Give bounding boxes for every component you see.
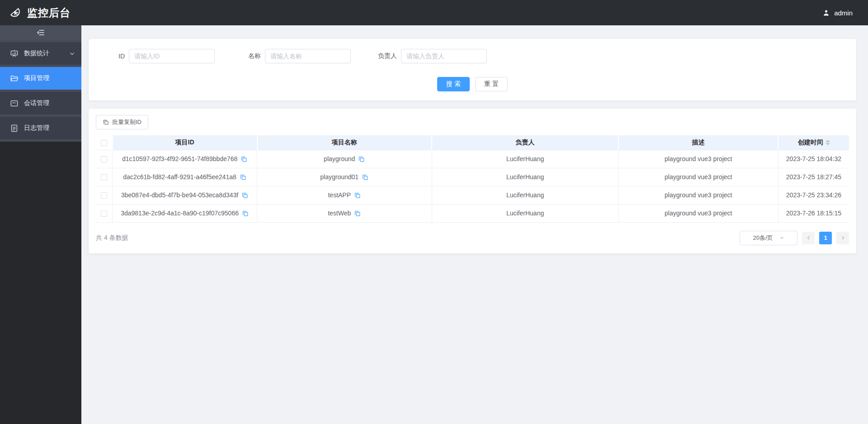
project-table: 项目ID 项目名称 负责人 描述 创建时间 d1c10597-92f3-4f92…: [96, 135, 849, 223]
project-table-panel: 批量复制ID 项目ID 项目名称 负责人 描述 创建时间: [89, 109, 856, 253]
project-name: testAPP: [328, 191, 351, 199]
sidebar-item-label: 日志管理: [24, 124, 49, 132]
main-content: ID 名称 负责人 搜 索 重 置: [81, 25, 868, 424]
search-button[interactable]: 搜 索: [437, 77, 470, 91]
name-input[interactable]: [265, 49, 351, 63]
owner-input[interactable]: [401, 49, 487, 63]
copy-name-icon[interactable]: [358, 156, 365, 162]
caret-down-icon: [826, 143, 830, 145]
folder-icon: [10, 74, 19, 83]
field-owner: 负责人: [372, 49, 487, 63]
column-header-project-name: 项目名称: [257, 135, 432, 150]
sidebar-item-session-management[interactable]: 会话管理: [0, 92, 81, 114]
project-owner: LuciferHuang: [432, 150, 618, 168]
select-all-checkbox[interactable]: [101, 140, 107, 146]
user-menu[interactable]: admin: [822, 9, 853, 17]
menu-fold-icon: [36, 28, 45, 37]
table-row: 3da9813e-2c9d-4a1c-8a90-c19f07c95066 tes…: [96, 204, 849, 222]
page-size-value: 20条/页: [753, 234, 773, 242]
project-name: testWeb: [328, 210, 351, 217]
table-footer: 共 4 条数据 20条/页 1: [96, 231, 849, 245]
copy-id-icon[interactable]: [242, 210, 249, 217]
project-created: 2023-7-26 18:15:15: [778, 204, 849, 222]
batch-copy-label: 批量复制ID: [112, 118, 142, 126]
next-page-button[interactable]: [836, 232, 849, 244]
project-created: 2023-7-25 18:04:32: [778, 150, 849, 168]
project-name: playground01: [320, 173, 359, 181]
sidebar-item-log-management[interactable]: 日志管理: [0, 117, 81, 139]
row-checkbox[interactable]: [101, 174, 107, 181]
page-number-1[interactable]: 1: [819, 232, 832, 244]
user-icon: [822, 9, 830, 17]
project-id: d1c10597-92f3-4f92-9651-74f89bbde768: [122, 155, 237, 162]
sidebar-menu: 数据统计 项目管理 会话管理: [0, 40, 81, 142]
chevron-down-icon: [779, 235, 784, 240]
field-name: 名称: [236, 49, 351, 63]
message-icon: [10, 99, 19, 108]
table-header-row: 项目ID 项目名称 负责人 描述 创建时间: [96, 135, 849, 150]
name-label: 名称: [236, 52, 261, 60]
project-desc: playground vue3 project: [618, 186, 778, 204]
chevron-right-icon: [840, 235, 845, 240]
sidebar-item-project-management[interactable]: 项目管理: [0, 67, 81, 90]
app-title: 监控后台: [27, 6, 71, 20]
sidebar-item-label: 项目管理: [24, 74, 49, 82]
caret-up-icon: [826, 140, 830, 142]
chevron-left-icon: [806, 235, 811, 240]
sort-created-control[interactable]: [826, 140, 830, 145]
document-icon: [10, 124, 19, 133]
batch-copy-button[interactable]: 批量复制ID: [96, 115, 148, 129]
username: admin: [834, 9, 853, 17]
table-row: dac2c61b-fd82-4aff-9291-a46f5ee241a8 pla…: [96, 168, 849, 186]
copy-document-icon: [103, 119, 109, 125]
field-id: ID: [99, 49, 215, 63]
id-label: ID: [99, 52, 125, 60]
sidebar: 数据统计 项目管理 会话管理: [0, 25, 81, 424]
sidebar-item-label: 数据统计: [24, 49, 49, 57]
reset-button[interactable]: 重 置: [475, 77, 508, 91]
copy-id-icon[interactable]: [240, 174, 246, 181]
chart-board-icon: [10, 49, 19, 58]
project-owner: LuciferHuang: [432, 186, 618, 204]
search-panel: ID 名称 负责人 搜 索 重 置: [89, 39, 856, 100]
column-header-owner: 负责人: [432, 135, 618, 150]
sidebar-filler: [0, 142, 81, 424]
total-count: 共 4 条数据: [96, 234, 128, 242]
search-actions: 搜 索 重 置: [99, 77, 845, 91]
table-row: d1c10597-92f3-4f92-9651-74f89bbde768 pla…: [96, 150, 849, 168]
owner-label: 负责人: [372, 52, 397, 60]
project-id: 3da9813e-2c9d-4a1c-8a90-c19f07c95066: [121, 210, 239, 217]
project-desc: playground vue3 project: [618, 204, 778, 222]
project-owner: LuciferHuang: [432, 204, 618, 222]
copy-name-icon[interactable]: [362, 174, 368, 181]
copy-name-icon[interactable]: [354, 210, 361, 217]
project-id: 3be087e4-dbd5-4f7b-be94-053eca8d343f: [121, 191, 238, 199]
chevron-down-icon: [69, 51, 75, 57]
copy-id-icon[interactable]: [241, 156, 247, 162]
project-owner: LuciferHuang: [432, 168, 618, 186]
project-desc: playground vue3 project: [618, 168, 778, 186]
id-input[interactable]: [129, 49, 215, 63]
row-checkbox[interactable]: [101, 192, 107, 199]
app-header: 监控后台 admin: [0, 0, 868, 25]
copy-name-icon[interactable]: [354, 192, 361, 199]
project-created: 2023-7-25 18:27:45: [778, 168, 849, 186]
sidebar-item-data-stats[interactable]: 数据统计: [0, 42, 81, 65]
table-row: 3be087e4-dbd5-4f7b-be94-053eca8d343f tes…: [96, 186, 849, 204]
column-header-created: 创建时间: [778, 135, 849, 150]
lemon-slice-icon: [8, 6, 22, 19]
project-name: playground: [324, 155, 355, 162]
column-header-desc: 描述: [618, 135, 778, 150]
project-desc: playground vue3 project: [618, 150, 778, 168]
sidebar-collapse-button[interactable]: [0, 25, 81, 40]
page-size-select[interactable]: 20条/页: [740, 231, 797, 245]
row-checkbox[interactable]: [101, 156, 107, 162]
copy-id-icon[interactable]: [241, 192, 248, 199]
search-form: ID 名称 负责人: [99, 49, 845, 63]
prev-page-button[interactable]: [802, 232, 815, 244]
sidebar-item-label: 会话管理: [24, 99, 49, 107]
project-created: 2023-7-25 23:34:26: [778, 186, 849, 204]
brand: 监控后台: [8, 6, 71, 20]
row-checkbox[interactable]: [101, 210, 107, 217]
project-id: dac2c61b-fd82-4aff-9291-a46f5ee241a8: [123, 173, 236, 181]
